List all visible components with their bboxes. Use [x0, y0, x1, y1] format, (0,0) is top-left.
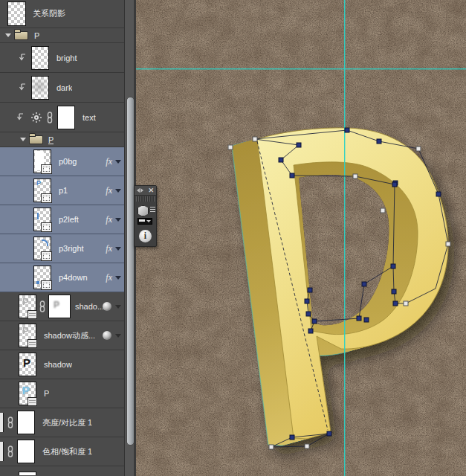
document-canvas[interactable]: [134, 0, 466, 476]
layer-thumbnail[interactable]: P: [33, 178, 51, 202]
layer-thumbnail[interactable]: [33, 237, 51, 260]
chain-link-icon[interactable]: [39, 300, 46, 312]
layer-thumbnail[interactable]: P: [19, 295, 36, 318]
layer-thumbnail[interactable]: [31, 76, 49, 100]
layer-effects-label[interactable]: fx: [106, 156, 112, 167]
effects-collapse-arrow-icon[interactable]: [115, 160, 121, 164]
smart-filter-icon[interactable]: [103, 302, 111, 311]
anchor-point-selected[interactable]: [345, 128, 349, 132]
anchor-point-selected[interactable]: [392, 289, 396, 294]
chain-link-icon[interactable]: [7, 446, 14, 457]
anchor-point[interactable]: [305, 444, 309, 448]
chain-link-icon[interactable]: [46, 112, 54, 123]
anchor-point-selected[interactable]: [391, 264, 395, 268]
vertical-guide[interactable]: [344, 0, 345, 476]
chevron-down-icon[interactable]: [20, 138, 26, 141]
layer-row-selected[interactable]: p3right fx: [0, 234, 124, 263]
anchor-point-selected[interactable]: [290, 435, 294, 440]
group-row[interactable]: P: [0, 28, 124, 43]
anchor-point[interactable]: [269, 445, 274, 449]
anchor-point-selected[interactable]: [436, 192, 441, 196]
layer-row[interactable]: text: [0, 103, 124, 132]
panel-header[interactable]: ✕: [135, 186, 156, 196]
layer-row-selected[interactable]: p4down fx: [0, 263, 124, 292]
anchor-point[interactable]: [353, 174, 357, 178]
anchor-point-selected[interactable]: [308, 288, 312, 292]
layer-row[interactable]: dark: [0, 73, 124, 103]
layers-panel-scrollbar[interactable]: [124, 0, 134, 476]
anchor-point-selected[interactable]: [362, 282, 366, 286]
effects-collapse-arrow-icon[interactable]: [115, 189, 121, 193]
layer-row[interactable]: P P shado...: [0, 292, 124, 321]
layer-thumbnail[interactable]: [7, 1, 26, 26]
anchor-point[interactable]: [381, 208, 385, 213]
layer-effects-label[interactable]: fx: [106, 214, 112, 225]
collapsed-panel-dock[interactable]: ✕ i: [134, 185, 157, 247]
effects-collapse-arrow-icon[interactable]: [115, 334, 121, 338]
anchor-point-selected[interactable]: [297, 143, 301, 147]
anchor-point-selected[interactable]: [290, 173, 294, 178]
layer-row[interactable]: P shadow: [0, 350, 124, 379]
group-row[interactable]: P: [0, 132, 124, 147]
layer-thumbnail[interactable]: [31, 46, 49, 70]
layer-row-selected[interactable]: p2left fx: [0, 205, 124, 234]
layer-thumbnail[interactable]: P: [19, 382, 36, 405]
close-icon[interactable]: ✕: [148, 187, 154, 194]
anchor-point[interactable]: [416, 147, 421, 151]
anchor-point-selected[interactable]: [357, 316, 361, 321]
swatch-dropdown[interactable]: [137, 218, 152, 225]
effects-collapse-arrow-icon[interactable]: [115, 305, 121, 309]
layer-mask-thumbnail[interactable]: [17, 440, 35, 463]
layer-mask-thumbnail[interactable]: [17, 411, 35, 434]
layer-row[interactable]: P P: [0, 379, 124, 408]
layer-effects-label[interactable]: fx: [106, 272, 112, 283]
layer-effects-label[interactable]: fx: [106, 243, 112, 254]
layer-mask-thumbnail[interactable]: [57, 106, 75, 129]
anchor-point-selected[interactable]: [392, 182, 397, 187]
anchor-point-selected[interactable]: [377, 139, 381, 144]
layer-row-selected[interactable]: p0bg fx: [0, 147, 124, 176]
horizontal-guide[interactable]: [136, 68, 466, 69]
smart-filter-icon[interactable]: [103, 331, 111, 340]
anchor-point[interactable]: [446, 242, 450, 246]
anchor-point[interactable]: [228, 145, 233, 149]
anchor-point-selected[interactable]: [364, 318, 369, 322]
panel-grip[interactable]: [136, 196, 155, 202]
effects-collapse-arrow-icon[interactable]: [115, 218, 121, 222]
info-icon[interactable]: i: [139, 230, 152, 242]
effects-collapse-arrow-icon[interactable]: [115, 247, 121, 251]
effects-collapse-arrow-icon[interactable]: [115, 276, 121, 280]
layer-row-selected[interactable]: P p1 fx: [0, 176, 124, 205]
layer-thumbnail[interactable]: P: [19, 353, 36, 376]
layer-row[interactable]: 关系阴影: [0, 0, 124, 28]
layer-thumbnail[interactable]: [33, 266, 51, 289]
anchor-point-selected[interactable]: [279, 158, 283, 162]
3d-cube-icon[interactable]: [137, 205, 149, 216]
layer-row[interactable]: bright: [0, 43, 124, 73]
anchor-point-selected[interactable]: [393, 301, 398, 306]
chain-link-icon[interactable]: [7, 416, 14, 428]
layer-name: p3right: [59, 244, 84, 253]
anchor-point-selected[interactable]: [312, 319, 317, 324]
thumbnail-content: [42, 239, 48, 246]
anchor-point-selected[interactable]: [306, 312, 311, 316]
adjustment-layer-row[interactable]: 色相/饱和度 1: [0, 437, 124, 466]
anchor-point-selected[interactable]: [327, 431, 331, 436]
layer-effects-label[interactable]: fx: [106, 185, 112, 196]
chevron-down-icon[interactable]: [5, 33, 11, 37]
layer-thumbnail[interactable]: [33, 208, 51, 231]
expand-panels-icon[interactable]: [137, 188, 143, 193]
adjustment-layer-row[interactable]: 亮度/对比度 1: [0, 408, 124, 437]
layer-thumbnail[interactable]: P: [19, 324, 36, 347]
anchor-point-selected[interactable]: [308, 329, 313, 333]
layer-row-partial[interactable]: [0, 466, 124, 475]
layer-row[interactable]: P shadow动感...: [0, 321, 124, 350]
layer-thumbnail[interactable]: [33, 149, 51, 173]
brightness-adjustment-icon[interactable]: [30, 112, 42, 123]
anchor-point[interactable]: [253, 137, 257, 141]
filter-mask-thumbnail[interactable]: P: [48, 295, 71, 318]
anchor-point-selected[interactable]: [305, 299, 309, 303]
clip-mask-arrow-icon: [19, 83, 26, 91]
layer-name: p1: [59, 186, 68, 195]
anchor-point[interactable]: [404, 301, 408, 306]
